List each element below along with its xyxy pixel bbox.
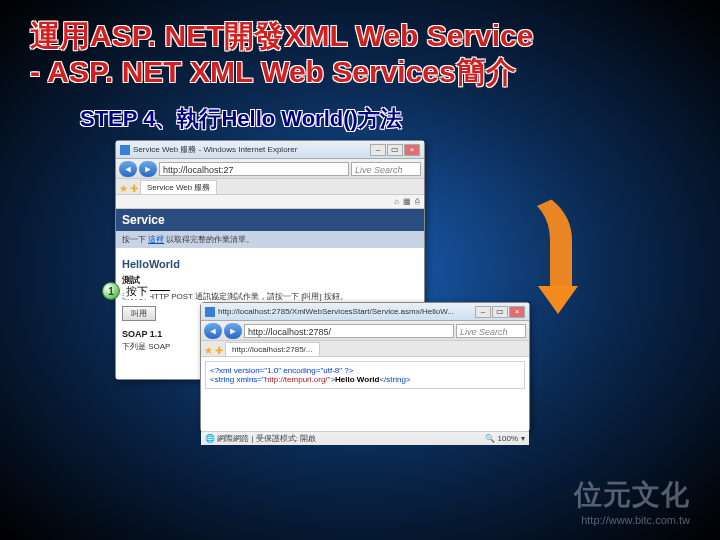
service-header: Service: [116, 209, 424, 231]
method-name: HelloWorld: [122, 258, 418, 270]
screenshot-composite: Service Web 服務 - Windows Internet Explor…: [110, 140, 580, 450]
maximize-button[interactable]: ▭: [492, 306, 508, 318]
zoom-control[interactable]: 🔍 100% ▾: [485, 434, 525, 443]
favorites-icon[interactable]: ★: [204, 345, 213, 356]
test-label: 測試: [122, 274, 418, 287]
close-button[interactable]: ×: [509, 306, 525, 318]
add-favorite-icon[interactable]: ✚: [130, 183, 138, 194]
search-input[interactable]: Live Search: [456, 324, 526, 338]
xml-value: Hello World: [335, 375, 379, 384]
browser-window-result: http://localhost:2785/XmlWebServicesStar…: [200, 302, 530, 432]
search-input[interactable]: Live Search: [351, 162, 421, 176]
close-button[interactable]: ×: [404, 144, 420, 156]
invoke-button[interactable]: 叫用: [122, 306, 156, 321]
command-bar: ⌂ ▦ ⎙: [116, 195, 424, 209]
curved-arrow-icon: [502, 190, 572, 320]
address-bar: ◄ ► http://localhost:2785/ Live Search: [201, 321, 529, 341]
address-bar: ◄ ► http://localhost:27 Live Search: [116, 159, 424, 179]
footer-brand: 位元文化 http://www.bitc.com.tw: [574, 476, 690, 526]
print-icon[interactable]: ⎙: [415, 197, 420, 206]
step-number-badge: 1: [102, 282, 120, 300]
back-button[interactable]: ◄: [204, 323, 222, 339]
window-title: http://localhost:2785/XmlWebServicesStar…: [218, 307, 475, 316]
window-buttons: – ▭ ×: [370, 144, 420, 156]
forward-button[interactable]: ►: [224, 323, 242, 339]
titlebar: http://localhost:2785/XmlWebServicesStar…: [201, 303, 529, 321]
title-line-1: 運用ASP. NET開發XML Web Service: [30, 18, 720, 54]
url-field[interactable]: http://localhost:2785/: [244, 324, 454, 338]
status-bar: 🌐 網際網路 | 受保護模式: 開啟 🔍 100% ▾: [201, 431, 529, 445]
window-buttons: – ▭ ×: [475, 306, 525, 318]
add-favorite-icon[interactable]: ✚: [215, 345, 223, 356]
home-icon[interactable]: ⌂: [394, 197, 399, 206]
status-text: 🌐 網際網路 | 受保護模式: 開啟: [205, 433, 316, 444]
page-content: <?xml version="1.0" encoding="utf-8" ?> …: [201, 357, 529, 431]
feeds-icon[interactable]: ▦: [403, 197, 411, 206]
xml-namespace: http://tempuri.org/: [265, 375, 328, 384]
browser-tab[interactable]: http://localhost:2785/...: [225, 342, 320, 356]
annotation-connector: [150, 290, 170, 291]
xml-declaration: <?xml version="1.0" encoding="utf-8" ?>: [210, 366, 353, 375]
step-annotation-label: 按下: [124, 284, 150, 299]
maximize-button[interactable]: ▭: [387, 144, 403, 156]
url-field[interactable]: http://localhost:27: [159, 162, 349, 176]
forward-button[interactable]: ►: [139, 161, 157, 177]
here-link[interactable]: 這裡: [148, 235, 164, 244]
window-title: Service Web 服務 - Windows Internet Explor…: [133, 144, 370, 155]
minimize-button[interactable]: –: [370, 144, 386, 156]
brand-name: 位元文化: [574, 476, 690, 514]
step-heading: STEP 4、執行Hello World()方法: [80, 104, 720, 134]
tab-bar: ★ ✚ http://localhost:2785/...: [201, 341, 529, 357]
ie-icon: [120, 145, 130, 155]
xml-output: <?xml version="1.0" encoding="utf-8" ?> …: [205, 361, 525, 389]
tab-bar: ★ ✚ Service Web 服務: [116, 179, 424, 195]
test-text: 若要以 HTTP POST 通訊協定測試作業，請按一下 [叫用] 按鈕。: [122, 291, 418, 302]
browser-tab[interactable]: Service Web 服務: [140, 180, 217, 194]
brand-url: http://www.bitc.com.tw: [574, 514, 690, 526]
titlebar: Service Web 服務 - Windows Internet Explor…: [116, 141, 424, 159]
slide-title-block: 運用ASP. NET開發XML Web Service - ASP. NET X…: [0, 0, 720, 90]
title-line-2: - ASP. NET XML Web Services簡介: [30, 54, 720, 90]
favorites-icon[interactable]: ★: [119, 183, 128, 194]
ie-icon: [205, 307, 215, 317]
back-button[interactable]: ◄: [119, 161, 137, 177]
service-subtext: 按一下 這裡 以取得完整的作業清單。: [116, 231, 424, 248]
minimize-button[interactable]: –: [475, 306, 491, 318]
